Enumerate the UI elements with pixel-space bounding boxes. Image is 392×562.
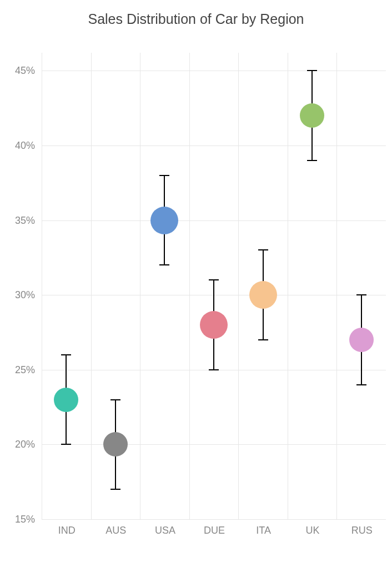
y-tick-label: 30%	[15, 289, 42, 301]
y-tick-label: 35%	[15, 214, 42, 226]
data-point	[200, 311, 228, 339]
error-cap	[356, 384, 366, 385]
error-cap	[258, 339, 268, 340]
y-tick-label: 15%	[15, 514, 42, 525]
x-tick-label: DUE	[204, 519, 225, 536]
error-cap	[209, 279, 219, 280]
error-cap	[61, 354, 71, 355]
error-cap	[209, 369, 219, 370]
y-tick-label: 20%	[15, 439, 42, 450]
error-cap	[307, 160, 317, 161]
data-point	[54, 388, 78, 412]
x-tick-label: ITA	[256, 519, 271, 536]
error-cap	[61, 444, 71, 445]
x-tick-label: UK	[306, 519, 320, 536]
x-tick-label: USA	[155, 519, 175, 536]
data-point	[249, 281, 277, 309]
data-point	[300, 103, 324, 128]
error-cap	[159, 175, 169, 176]
x-tick-label: IND	[58, 519, 76, 536]
data-point	[349, 328, 374, 352]
data-point	[103, 432, 128, 456]
error-cap	[110, 489, 120, 490]
y-tick-label: 45%	[15, 65, 42, 77]
error-cap	[159, 264, 169, 265]
x-category-cell: IND	[42, 53, 92, 519]
x-category-cell: RUS	[336, 53, 386, 519]
error-cap	[356, 294, 366, 295]
y-tick-label: 25%	[15, 364, 42, 375]
y-tick-label: 40%	[15, 139, 42, 151]
error-cap	[110, 399, 120, 400]
chart-title: Sales Distribution of Car by Region	[0, 11, 392, 27]
x-tick-label: AUS	[105, 519, 126, 536]
x-tick-label: RUS	[351, 519, 373, 536]
plot-area: 15%20%25%30%35%40%45%INDAUSUSADUEITAUKRU…	[42, 53, 386, 519]
data-point	[150, 207, 178, 234]
x-category-cell: USA	[140, 53, 190, 519]
error-cap	[307, 70, 317, 71]
error-cap	[258, 249, 268, 250]
chart-container: Sales Distribution of Car by Region 15%2…	[0, 0, 392, 562]
